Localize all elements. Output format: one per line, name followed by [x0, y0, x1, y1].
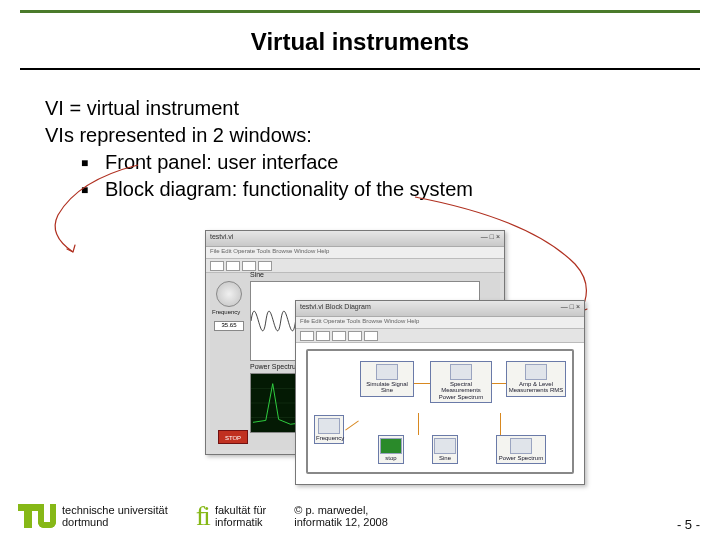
fp-menubar: File Edit Operate Tools Browse Window He… — [206, 247, 504, 259]
fi-line2: informatik — [215, 516, 266, 528]
figure-area: testvi.vi — □ × File Edit Operate Tools … — [205, 230, 585, 490]
bd-toolbar-btn[interactable] — [316, 331, 330, 341]
tu-dortmund-logo: technische universität dortmund — [24, 504, 168, 528]
page-number: - 5 - — [677, 517, 700, 532]
stop-terminal-node[interactable]: stop — [378, 435, 404, 464]
sine-node-label: Sine — [439, 455, 451, 461]
bd-window-controls: — □ × — [561, 303, 580, 314]
body-line-1: VI = virtual instrument — [45, 95, 690, 122]
out-node-label: Power Spectrum — [499, 455, 543, 461]
level-icon — [525, 364, 547, 380]
simulate-signal-node[interactable]: Simulate Signal Sine — [360, 361, 414, 397]
freq-control-node[interactable]: Frequency — [314, 415, 344, 444]
block-diagram-window: testvi.vi Block Diagram — □ × File Edit … — [295, 300, 585, 485]
wave-icon — [376, 364, 398, 380]
slide-title: Virtual instruments — [0, 28, 720, 56]
copy-line2: informatik 12, 2008 — [294, 516, 388, 528]
fp-window-controls: — □ × — [481, 233, 500, 244]
fp-toolbar-btn[interactable] — [226, 261, 240, 271]
amp-level-node[interactable]: Amp & Level Measurements RMS — [506, 361, 566, 397]
spectral-measure-node[interactable]: Spectral Measurements Power Spectrum — [430, 361, 492, 403]
simulate-node-label: Simulate Signal Sine — [366, 381, 408, 393]
wire — [500, 413, 501, 435]
stop-node-label: stop — [385, 455, 396, 461]
fp-toolbar-btn[interactable] — [242, 261, 256, 271]
arrow-to-front-panel — [38, 160, 218, 260]
fp-label-spectrum: Power Spectrum — [250, 363, 302, 370]
body-line-2: VIs represented in 2 windows: — [45, 122, 690, 149]
fi-logo: fi fakultät für informatik — [196, 500, 266, 532]
fft-icon — [450, 364, 472, 380]
title-rule — [20, 68, 700, 70]
fp-toolbar-btn[interactable] — [210, 261, 224, 271]
bd-toolbar-btn[interactable] — [332, 331, 346, 341]
fp-titlebar: testvi.vi — □ × — [206, 231, 504, 247]
stop-button[interactable]: STOP — [218, 430, 248, 444]
stop-icon — [380, 438, 402, 454]
spectral-node-label: Spectral Measurements Power Spectrum — [439, 381, 483, 400]
copy-line1: © p. marwedel, — [294, 504, 388, 516]
bd-toolbar-btn[interactable] — [300, 331, 314, 341]
bd-toolbar-btn[interactable] — [364, 331, 378, 341]
graph-icon — [434, 438, 456, 454]
bd-toolbar — [296, 329, 584, 343]
frequency-value[interactable]: 35.65 — [214, 321, 244, 331]
bd-canvas: Frequency Simulate Signal Sine Spectral … — [300, 343, 580, 480]
top-rule — [20, 10, 700, 13]
tu-mark-icon — [24, 504, 56, 528]
copyright-block: © p. marwedel, informatik 12, 2008 — [294, 504, 388, 528]
fp-title-text: testvi.vi — [210, 233, 233, 244]
frequency-knob-label: Frequency — [212, 309, 240, 315]
wire — [418, 413, 419, 435]
bd-title-text: testvi.vi Block Diagram — [300, 303, 371, 314]
fp-label-sine: Sine — [250, 271, 264, 278]
freq-node-label: Frequency — [316, 435, 344, 441]
wire — [492, 383, 506, 384]
footer: technische universität dortmund fi fakul… — [0, 492, 720, 540]
fi-mark-icon: fi — [196, 500, 209, 532]
fp-toolbar-btn[interactable] — [258, 261, 272, 271]
bd-menubar: File Edit Operate Tools Browse Window He… — [296, 317, 584, 329]
wire — [414, 383, 430, 384]
tu-line2: dortmund — [62, 516, 168, 528]
bd-toolbar-btn[interactable] — [348, 331, 362, 341]
sine-indicator-node[interactable]: Sine — [432, 435, 458, 464]
dial-icon — [318, 418, 340, 434]
frequency-knob[interactable] — [216, 281, 242, 307]
graph-icon — [510, 438, 532, 454]
fi-line1: fakultät für — [215, 504, 266, 516]
bd-titlebar: testvi.vi Block Diagram — □ × — [296, 301, 584, 317]
amp-node-label: Amp & Level Measurements RMS — [509, 381, 564, 393]
tu-line1: technische universität — [62, 504, 168, 516]
spectrum-indicator-node[interactable]: Power Spectrum — [496, 435, 546, 464]
